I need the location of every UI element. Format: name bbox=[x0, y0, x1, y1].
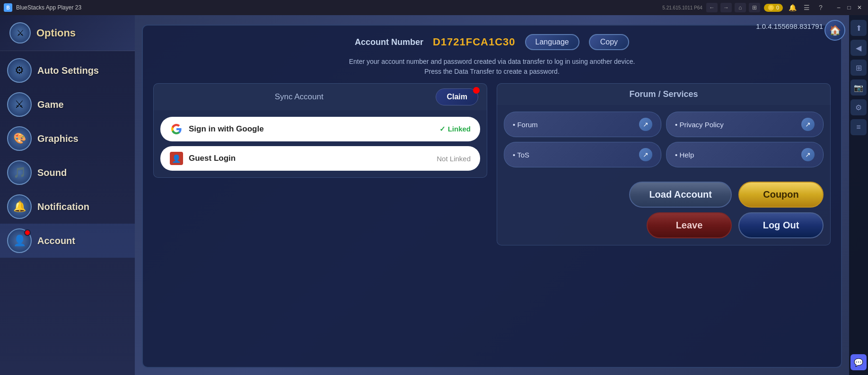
app-icon: B bbox=[4, 3, 12, 12]
notification-icon: 🔔 bbox=[7, 194, 32, 219]
google-login-label: Sign in with Google bbox=[189, 124, 264, 134]
coin-count: 0 bbox=[776, 5, 779, 10]
version-text: 1.0.4.155698.831791 bbox=[756, 22, 823, 30]
sidebar-item-account[interactable]: 👤 Account bbox=[0, 224, 135, 258]
sidebar-item-sound[interactable]: 🎵 Sound bbox=[0, 156, 135, 190]
help-label: • Help bbox=[675, 151, 694, 159]
sidebar-header: ⚔ Options bbox=[0, 15, 135, 51]
forum-row-1: • Forum ↗ • Privacy Policy ↗ bbox=[504, 112, 824, 137]
description-line2: Press the Data Transfer to create a pass… bbox=[153, 67, 831, 77]
sound-icon: 🎵 bbox=[7, 160, 32, 185]
guest-login-left: 👤 Guest Login bbox=[170, 152, 236, 165]
sidebar-item-graphics[interactable]: 🎨 Graphics bbox=[0, 122, 135, 156]
description-line1: Enter your account number and password c… bbox=[153, 57, 831, 67]
two-column-section: Sync Account Claim bbox=[153, 83, 831, 358]
sidebar-label-sound: Sound bbox=[37, 167, 67, 178]
right-column: Forum / Services • Forum ↗ • Privacy Pol… bbox=[497, 83, 831, 358]
forum-row-2: • ToS ↗ • Help ↗ bbox=[504, 142, 824, 167]
privacy-label: • Privacy Policy bbox=[675, 121, 724, 129]
language-button[interactable]: Language bbox=[525, 34, 579, 50]
side-tab-1[interactable]: ⬆ bbox=[850, 20, 867, 36]
nav-forward-btn[interactable]: → bbox=[720, 3, 732, 12]
guest-login-row[interactable]: 👤 Guest Login Not Linked bbox=[160, 146, 480, 171]
forum-panel: • Forum ↗ • Privacy Policy ↗ • ToS bbox=[497, 105, 831, 245]
forum-header: Forum / Services bbox=[497, 83, 831, 105]
sidebar-label-account: Account bbox=[37, 235, 75, 246]
account-icon: 👤 bbox=[7, 228, 32, 253]
sidebar-items: ⚙ Auto Settings ⚔ Game 🎨 Graphics 🎵 Soun… bbox=[0, 51, 135, 375]
google-login-row[interactable]: Sign in with Google ✓ Linked bbox=[160, 117, 480, 141]
claim-button[interactable]: Claim bbox=[436, 88, 478, 105]
discord-button[interactable]: 💬 bbox=[850, 354, 867, 370]
sidebar-item-auto-settings[interactable]: ⚙ Auto Settings bbox=[0, 53, 135, 87]
help-icon[interactable]: ? bbox=[816, 3, 825, 12]
help-button[interactable]: • Help ↗ bbox=[666, 142, 824, 167]
tos-label: • ToS bbox=[513, 151, 529, 159]
tos-arrow-icon: ↗ bbox=[639, 148, 652, 161]
side-tab-3[interactable]: ⊞ bbox=[850, 60, 867, 76]
sidebar-label-auto-settings: Auto Settings bbox=[37, 65, 99, 76]
account-content: Account Number D1721FCA1C30 Language Cop… bbox=[142, 25, 842, 368]
game-icon: ⚔ bbox=[7, 92, 32, 117]
guest-icon: 👤 bbox=[170, 152, 183, 165]
close-btn[interactable]: ✕ bbox=[855, 3, 864, 12]
sync-claim-header: Sync Account Claim bbox=[153, 83, 487, 110]
action-row-2: Leave Log Out bbox=[504, 212, 824, 238]
sidebar-logo: ⚔ bbox=[9, 22, 31, 44]
account-number-value: D1721FCA1C30 bbox=[433, 36, 516, 48]
account-notification-dot bbox=[24, 229, 31, 236]
side-tab-4[interactable]: 📷 bbox=[850, 79, 867, 96]
coin-icon: 🪙 bbox=[768, 5, 774, 11]
claim-notification-dot bbox=[473, 87, 480, 94]
coupon-button[interactable]: Coupon bbox=[738, 182, 824, 208]
tos-button[interactable]: • ToS ↗ bbox=[504, 142, 661, 167]
menu-icon[interactable]: ☰ bbox=[802, 3, 811, 12]
sidebar-item-notification[interactable]: 🔔 Notification bbox=[0, 190, 135, 224]
titlebar: B BlueStacks App Player 23 5.21.615.1011… bbox=[0, 0, 868, 15]
sidebar-label-graphics: Graphics bbox=[37, 133, 79, 144]
side-tab-5[interactable]: ⚙ bbox=[850, 99, 867, 115]
main-area: ⚔ Options ⚙ Auto Settings ⚔ Game 🎨 Graph… bbox=[0, 15, 868, 375]
content-panel: 1.0.4.155698.831791 🏠 Account Number D17… bbox=[135, 15, 849, 375]
sidebar-title: Options bbox=[36, 27, 76, 39]
side-tab-2[interactable]: ◀ bbox=[850, 40, 867, 56]
sync-tab-label: Sync Account bbox=[162, 92, 436, 102]
claim-label: Claim bbox=[447, 93, 467, 101]
copy-button[interactable]: Copy bbox=[589, 34, 629, 50]
account-number-row: Account Number D1721FCA1C30 Language Cop… bbox=[153, 34, 831, 50]
home-button[interactable]: 🏠 bbox=[824, 20, 845, 41]
google-linked-status: ✓ Linked bbox=[439, 125, 471, 133]
side-tab-6[interactable]: ≡ bbox=[850, 119, 867, 135]
sidebar-label-notification: Notification bbox=[37, 201, 89, 212]
forum-arrow-icon: ↗ bbox=[639, 118, 652, 131]
sidebar-item-game[interactable]: ⚔ Game bbox=[0, 87, 135, 122]
description-text: Enter your account number and password c… bbox=[153, 57, 831, 77]
leave-button[interactable]: Leave bbox=[647, 212, 732, 238]
load-account-button[interactable]: Load Account bbox=[629, 182, 732, 208]
alert-icon[interactable]: 🔔 bbox=[788, 3, 797, 12]
guest-login-label: Guest Login bbox=[189, 154, 236, 163]
account-number-label: Account Number bbox=[355, 37, 423, 47]
sidebar: ⚔ Options ⚙ Auto Settings ⚔ Game 🎨 Graph… bbox=[0, 15, 135, 375]
privacy-policy-button[interactable]: • Privacy Policy ↗ bbox=[666, 112, 824, 137]
right-side-panel: ⬆ ◀ ⊞ 📷 ⚙ ≡ 💬 bbox=[849, 15, 868, 375]
nav-controls: ← → ⌂ ⊞ bbox=[706, 3, 760, 12]
maximize-btn[interactable]: □ bbox=[844, 3, 854, 12]
help-arrow-icon: ↗ bbox=[801, 148, 815, 161]
forum-button[interactable]: • Forum ↗ bbox=[504, 112, 661, 137]
auto-settings-icon: ⚙ bbox=[7, 58, 32, 83]
graphics-icon: 🎨 bbox=[7, 126, 32, 151]
titlebar-right: 🪙 0 🔔 ☰ ? bbox=[764, 3, 825, 12]
guest-linked-status: Not Linked bbox=[437, 155, 471, 163]
app-title: BlueStacks App Player 23 bbox=[16, 4, 658, 11]
logout-button[interactable]: Log Out bbox=[738, 212, 824, 238]
nav-home-btn[interactable]: ⌂ bbox=[735, 3, 746, 12]
nav-bookmark-btn[interactable]: ⊞ bbox=[749, 3, 760, 12]
google-login-left: Sign in with Google bbox=[170, 122, 264, 136]
left-column: Sync Account Claim bbox=[153, 83, 487, 358]
privacy-arrow-icon: ↗ bbox=[801, 118, 815, 131]
window-controls: – □ ✕ bbox=[834, 3, 864, 12]
nav-back-btn[interactable]: ← bbox=[706, 3, 718, 12]
minimize-btn[interactable]: – bbox=[834, 3, 843, 12]
action-row-1: Load Account Coupon bbox=[504, 182, 824, 208]
